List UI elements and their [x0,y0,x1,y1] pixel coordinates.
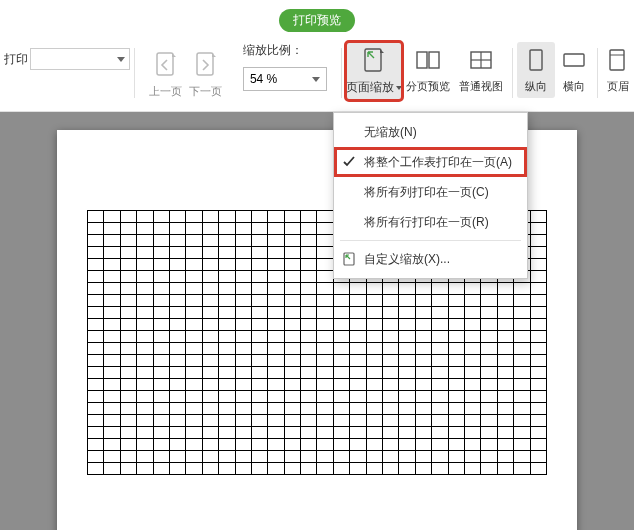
page-prev-icon [153,50,179,82]
page-scale-icon [360,46,388,76]
header-footer-icon [604,46,632,76]
page-next-icon [193,50,219,82]
menu-item-no-scale[interactable]: 无缩放(N) [334,117,527,147]
check-icon [342,155,356,169]
portrait-icon [522,46,550,76]
svg-rect-4 [429,52,439,68]
prev-page-button[interactable]: 上一页 [147,50,185,99]
next-page-button[interactable]: 下一页 [187,50,225,99]
portrait-button[interactable]: 纵向 [517,42,555,98]
zoom-ratio-label: 缩放比例： [243,42,303,59]
chevron-down-icon [312,77,320,82]
print-label: 打印 [4,51,28,68]
menu-item-fit-columns[interactable]: 将所有列打印在一页(C) [334,177,527,207]
print-dropdown[interactable] [30,48,130,70]
menu-item-custom-scale[interactable]: 自定义缩放(X)... [334,244,527,274]
svg-rect-0 [157,53,173,75]
menu-separator [340,240,521,241]
preview-canvas [0,112,634,530]
page-scale-button[interactable]: 页面缩放 [346,42,402,100]
normal-view-button[interactable]: 普通视图 [455,42,508,98]
page-title: 打印预览 [279,9,355,32]
svg-rect-1 [197,53,213,75]
svg-rect-3 [417,52,427,68]
zoom-select[interactable]: 54 % [243,67,327,91]
menu-item-fit-rows[interactable]: 将所有行打印在一页(R) [334,207,527,237]
page-break-preview-button[interactable]: 分页预览 [402,42,455,98]
svg-rect-10 [610,50,624,70]
menu-item-fit-sheet[interactable]: 将整个工作表打印在一页(A) [334,147,527,177]
ribbon: 打印 上一页 下一页 缩放比例： 54 % [0,36,634,112]
page-scale-menu: 无缩放(N) 将整个工作表打印在一页(A) 将所有列打印在一页(C) 将所有行打… [333,112,528,279]
landscape-button[interactable]: 横向 [555,42,593,98]
normal-view-icon [467,46,495,76]
svg-rect-8 [530,50,542,70]
page-break-icon [414,46,442,76]
page-scale-small-icon [342,251,358,267]
header-footer-button[interactable]: 页眉 [602,42,634,98]
chevron-down-icon [117,57,125,62]
chevron-down-icon [396,86,402,90]
landscape-icon [560,46,588,76]
svg-rect-9 [564,54,584,66]
